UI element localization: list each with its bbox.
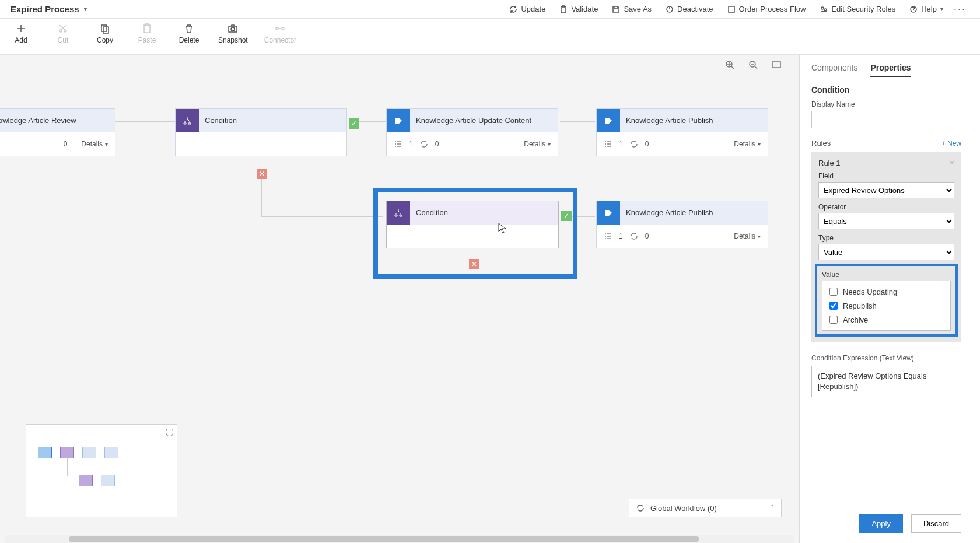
plus-icon	[16, 23, 26, 34]
validate-button[interactable]: Validate	[552, 5, 605, 13]
rules-label: Rules	[811, 139, 831, 148]
help-label: Help	[921, 5, 937, 13]
connector-line	[116, 121, 177, 122]
true-marker-icon: ✓	[561, 211, 572, 221]
snapshot-label: Snapshot	[218, 36, 248, 44]
value-option-republish[interactable]: Republish	[827, 299, 946, 313]
field-select[interactable]: Expired Review Options	[818, 182, 954, 198]
scrollbar-thumb[interactable]	[69, 536, 699, 542]
details-label: Details	[81, 140, 103, 148]
chevron-up-icon[interactable]: ˄	[771, 504, 774, 512]
condition-tile-2[interactable]: Condition	[386, 201, 559, 248]
checkbox-archive[interactable]	[830, 316, 838, 324]
discard-button[interactable]: Discard	[911, 514, 961, 533]
details-toggle[interactable]: Details ▾	[734, 232, 761, 240]
header-bar: Expired Process ▼ Update Validate Save A…	[0, 0, 980, 19]
stage-publish-1[interactable]: Knowledge Article Publish 1 0 Details ▾	[596, 108, 768, 156]
global-workflow-label: Global Workflow (0)	[650, 504, 717, 513]
fit-screen-button[interactable]	[771, 59, 782, 72]
expand-icon[interactable]: ⛶	[166, 428, 173, 437]
new-rule-button[interactable]: + New	[942, 139, 961, 148]
more-button[interactable]: ···	[950, 3, 970, 15]
minimap-line	[52, 453, 104, 453]
cut-label: Cut	[58, 36, 69, 44]
details-toggle[interactable]: Details ▾	[81, 140, 108, 148]
display-name-label: Display Name	[811, 100, 961, 108]
delete-button[interactable]: Delete	[176, 23, 202, 44]
connector-button[interactable]: Connector	[264, 23, 296, 44]
condition-title: Condition	[199, 109, 346, 132]
saveas-button[interactable]: Save As	[605, 5, 659, 13]
delete-label: Delete	[179, 36, 200, 44]
svg-rect-10	[144, 25, 150, 33]
save-icon	[612, 5, 620, 13]
stage-knowledge-article-review[interactable]: Knowledge Article Review 0 Details ▾	[0, 108, 116, 156]
add-button[interactable]: Add	[8, 23, 34, 44]
list-icon	[604, 232, 612, 240]
cut-button[interactable]: Cut	[50, 23, 76, 44]
horizontal-scrollbar[interactable]	[5, 535, 794, 543]
true-marker-icon: ✓	[349, 118, 359, 129]
svg-point-4	[824, 9, 827, 11]
type-select[interactable]: Value	[818, 244, 954, 260]
deactivate-button[interactable]: Deactivate	[659, 5, 720, 13]
chevron-down-icon: ▼	[83, 6, 89, 12]
type-label: Type	[818, 234, 954, 242]
checkbox-republish[interactable]	[830, 302, 838, 310]
order-flow-button[interactable]: Order Process Flow	[720, 5, 813, 13]
apply-button[interactable]: Apply	[859, 514, 903, 533]
zoom-out-button[interactable]	[748, 59, 758, 72]
stage-icon	[597, 201, 620, 225]
designer-canvas[interactable]: Knowledge Article Review 0 Details ▾ Con…	[0, 55, 799, 543]
security-label: Edit Security Roles	[831, 5, 895, 13]
list-icon	[604, 140, 612, 148]
minimap[interactable]: ⛶	[26, 424, 177, 517]
display-name-input[interactable]	[811, 111, 961, 128]
properties-panel: Components Properties Condition Display …	[799, 55, 973, 543]
zoom-in-button[interactable]	[724, 59, 735, 72]
value-option-needs-updating[interactable]: Needs Updating	[827, 285, 946, 299]
svg-rect-8	[102, 25, 107, 31]
snapshot-button[interactable]: Snapshot	[218, 23, 248, 44]
condition-tile-1[interactable]: Condition	[175, 108, 347, 156]
svg-point-14	[276, 27, 278, 30]
process-title-text: Expired Process	[10, 4, 79, 14]
help-button[interactable]: Help ▾	[902, 5, 950, 13]
chevron-down-icon: ▾	[548, 141, 551, 148]
add-label: Add	[15, 36, 27, 44]
refresh-icon	[420, 140, 428, 148]
refresh-icon	[509, 5, 517, 13]
details-toggle[interactable]: Details ▾	[524, 140, 551, 148]
operator-select[interactable]: Equals	[818, 213, 954, 229]
copy-icon	[100, 23, 110, 34]
refresh-icon	[630, 140, 638, 148]
checkbox-needs-updating[interactable]	[830, 288, 838, 296]
tab-properties[interactable]: Properties	[870, 63, 911, 77]
close-rule-icon[interactable]: ×	[950, 158, 954, 167]
update-button[interactable]: Update	[502, 5, 552, 13]
details-toggle[interactable]: Details ▾	[734, 140, 761, 148]
paste-button[interactable]: Paste	[134, 23, 160, 44]
camera-icon	[228, 23, 238, 34]
stage-publish-2[interactable]: Knowledge Article Publish 1 0 Details ▾	[596, 201, 768, 248]
order-icon	[727, 5, 736, 13]
deactivate-label: Deactivate	[677, 5, 713, 13]
tab-components[interactable]: Components	[811, 63, 858, 77]
global-workflow-bar[interactable]: Global Workflow (0) ˄	[629, 499, 782, 517]
details-label: Details	[734, 232, 755, 240]
false-marker-icon: ✕	[257, 169, 267, 179]
copy-button[interactable]: Copy	[92, 23, 118, 44]
stage-title: Knowledge Article Update Content	[410, 109, 558, 132]
value-option-archive[interactable]: Archive	[827, 313, 946, 327]
process-title[interactable]: Expired Process ▼	[10, 4, 88, 14]
svg-rect-9	[103, 27, 108, 33]
edit-security-button[interactable]: Edit Security Roles	[813, 5, 902, 13]
cut-icon	[58, 23, 68, 34]
branch-icon	[387, 201, 410, 225]
step-count: 0	[435, 140, 439, 148]
value-option-label: Republish	[843, 302, 877, 310]
condition-expression-box: (Expired Review Options Equals [Republis…	[811, 366, 961, 397]
stage-update-content[interactable]: Knowledge Article Update Content 1 0 Det…	[386, 108, 558, 156]
svg-point-3	[821, 7, 824, 9]
help-icon	[909, 5, 918, 13]
